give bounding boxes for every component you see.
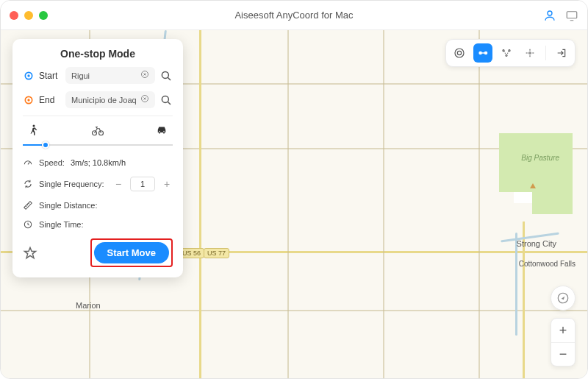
frequency-stepper: − 1 + [112,177,173,191]
maximize-window-btn[interactable] [39,11,48,20]
start-input[interactable] [71,71,136,80]
panel-actions: Start Move [23,238,173,267]
city-label: Strong City [517,239,556,248]
frequency-label: Single Frequency: [39,180,104,188]
freq-value[interactable]: 1 [130,177,155,191]
search-end-btn[interactable] [159,93,173,107]
svg-point-14 [162,71,168,78]
end-field: End [23,91,173,108]
speed-slider[interactable] [23,140,173,150]
panel-title: One-stop Mode [23,48,173,60]
bike-icon[interactable] [91,124,104,137]
svg-point-5 [484,52,487,54]
export-btn[interactable] [552,43,571,63]
speed-value: 3m/s; 10.8km/h [71,158,126,167]
svg-point-3 [455,49,464,57]
clock-icon [23,219,33,230]
park-label: Big Pasture [521,154,559,162]
titlebar: Aiseesoft AnyCoord for Mac [1,1,587,30]
route-shield: US 77 [204,248,229,258]
park-area [499,133,573,192]
park-cutout [514,192,532,203]
gauge-icon [23,157,33,168]
walk-icon[interactable] [27,124,40,137]
svg-point-2 [457,51,461,54]
multi-stop-mode-btn[interactable] [497,43,516,63]
road [383,30,384,378]
frequency-row: Single Frequency: − 1 + [23,177,173,191]
car-icon[interactable] [155,124,168,137]
time-row: Single Time: [23,219,173,230]
map-controls: + − [551,286,576,366]
start-pin-icon [23,70,35,82]
ruler-icon [23,200,33,210]
joystick-mode-btn[interactable] [520,43,539,63]
svg-rect-1 [567,11,577,18]
distance-label: Single Distance: [39,201,98,210]
park-area [532,192,573,214]
time-label: Single Time: [39,220,84,229]
speed-label: Speed: [39,158,65,167]
highway [199,30,201,378]
slider-thumb[interactable] [42,141,49,149]
end-input-wrap [65,91,155,108]
screen-icon[interactable] [565,9,578,22]
start-input-wrap [65,67,155,84]
clear-end-btn[interactable] [140,94,149,105]
window-controls [10,11,48,20]
freq-minus-btn[interactable]: − [112,178,124,190]
close-window-btn[interactable] [10,11,18,20]
divider [23,116,173,116]
mode-toolbar [445,39,576,67]
distance-row: Single Distance: [23,200,173,210]
app-title: Aiseesoft AnyCoord for Mac [1,10,587,21]
city-label: Marion [76,301,101,310]
start-field: Start [23,67,173,84]
road [478,30,480,378]
map-canvas[interactable]: Big Pasture US 56 US 77 Marion Strong Ci… [1,30,587,378]
start-move-btn[interactable]: Start Move [94,242,169,263]
svg-point-8 [506,54,507,56]
svg-point-9 [529,52,531,54]
one-stop-mode-btn[interactable] [473,43,492,63]
speed-row: Speed:3m/s; 10.8km/h [23,157,173,168]
city-label: Cottonwood Falls [519,260,576,268]
minimize-window-btn[interactable] [24,11,33,20]
end-label: End [39,95,61,105]
svg-point-18 [162,96,168,102]
repeat-icon [23,179,33,189]
freq-plus-btn[interactable]: + [161,178,173,190]
transport-modes [23,124,173,137]
river [515,233,517,336]
clear-start-btn[interactable] [140,70,149,81]
one-stop-panel: One-stop Mode Start End [12,39,183,277]
search-start-btn[interactable] [159,69,173,82]
zoom-control: + − [551,318,576,366]
svg-point-16 [27,99,29,101]
account-icon[interactable] [543,9,556,22]
compass-btn[interactable] [551,286,576,311]
svg-point-4 [479,52,481,54]
svg-point-19 [33,125,35,127]
svg-point-12 [27,74,29,77]
modify-location-btn[interactable] [450,43,469,63]
zoom-in-btn[interactable]: + [551,319,575,342]
svg-point-23 [163,131,165,132]
favorite-btn[interactable] [23,246,37,261]
zoom-out-btn[interactable]: − [551,342,575,366]
start-move-highlight: Start Move [90,238,173,267]
separator [545,46,546,60]
end-pin-icon [23,94,35,106]
svg-point-0 [548,11,552,15]
peak-icon [530,183,536,188]
start-label: Start [39,71,61,81]
road [287,30,289,378]
end-input[interactable] [71,96,136,105]
svg-point-22 [159,131,160,132]
